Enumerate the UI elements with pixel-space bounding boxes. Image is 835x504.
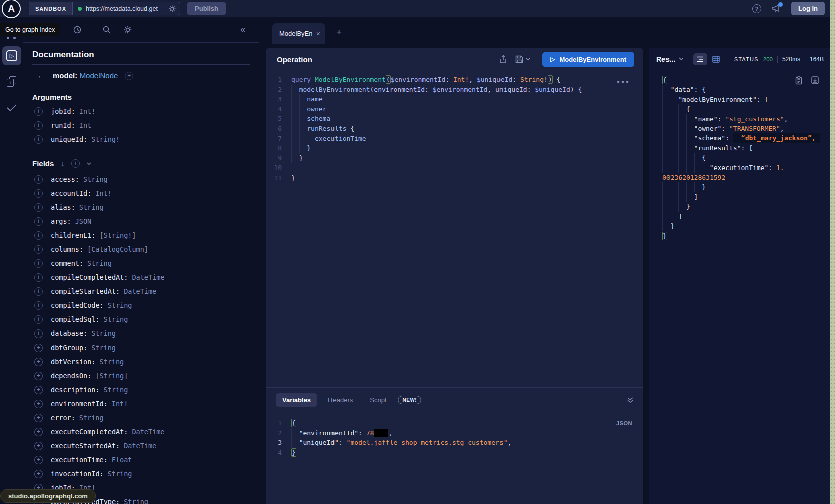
field-type[interactable]: DateTime [124,287,156,295]
tab-headers[interactable]: Headers [321,393,359,407]
add-field-button[interactable]: + [34,470,43,478]
add-field-button[interactable]: + [34,428,43,436]
chevron-down-icon[interactable] [87,162,91,165]
operation-code[interactable]: 1query ModelByEnvironment($environmentId… [266,75,643,183]
field-name[interactable]: compiledSql: [51,315,100,323]
download-icon[interactable] [811,76,819,85]
add-argument-button[interactable]: + [34,107,43,116]
add-field-button[interactable]: + [34,414,43,422]
operation-editor[interactable]: 1query ModelByEnvironment($environmentId… [266,71,643,387]
field-type[interactable]: String [79,203,104,211]
field-type[interactable]: String [124,498,148,504]
add-field-button[interactable]: + [34,372,43,380]
variables-editor[interactable]: JSON 1{2 "environmentId": 78,3 "uniqueId… [266,412,643,457]
login-button[interactable]: Log in [791,2,825,15]
tab-variables[interactable]: Variables [276,393,317,407]
field-name[interactable]: columns: [51,245,83,253]
new-tab-button[interactable]: + [336,27,342,38]
field-type[interactable]: [String!] [99,231,136,239]
back-arrow-icon[interactable]: ← [37,71,46,81]
doc-field-type-link[interactable]: ModelNode [80,71,118,80]
field-name[interactable]: error: [51,414,75,422]
field-type[interactable]: JSON [75,217,92,225]
response-title[interactable]: Res... [656,55,675,63]
response-chevron-icon[interactable] [679,57,684,61]
settings-gear-icon[interactable] [123,25,132,34]
add-field-button[interactable]: + [34,259,43,268]
field-name[interactable]: dbtVersion: [51,358,95,366]
close-tab-icon[interactable]: × [316,30,320,38]
add-field-button[interactable]: + [34,175,43,184]
add-field-button[interactable]: + [34,217,43,226]
add-argument-button[interactable]: + [34,121,43,130]
add-all-fields-button[interactable]: + [125,72,133,80]
collections-nav-button[interactable]: + [2,72,21,91]
tree-view-button[interactable] [693,53,707,65]
argument-name[interactable]: uniqueId: [51,135,87,143]
table-view-button[interactable] [712,56,720,63]
apollo-logo[interactable]: A [2,0,21,18]
argument-type[interactable]: String! [91,135,120,143]
field-name[interactable]: compileCompletedAt: [51,273,128,281]
save-group[interactable] [515,55,530,63]
field-name[interactable]: compiledCode: [51,301,104,309]
argument-name[interactable]: jobId: [51,107,75,115]
help-icon[interactable]: ? [752,4,761,13]
field-type[interactable]: Float [112,456,132,464]
search-icon[interactable] [102,25,111,34]
field-name[interactable]: compileStartedAt: [51,287,120,295]
field-name[interactable]: executeCompletedAt: [51,428,128,436]
field-type[interactable]: String [104,386,128,394]
add-field-button[interactable]: + [34,442,43,450]
add-field-button[interactable]: + [34,273,43,282]
field-name[interactable]: access: [51,175,79,183]
add-field-button[interactable]: + [34,358,43,366]
field-name[interactable]: description: [51,386,100,394]
field-name[interactable]: accountId: [51,189,91,197]
field-type[interactable]: DateTime [132,273,164,281]
field-type[interactable]: String [87,259,112,267]
collapse-variables-icon[interactable] [627,397,633,403]
field-name[interactable]: database: [51,329,87,338]
field-type[interactable]: String [79,414,104,422]
add-field-button[interactable]: + [34,315,43,324]
add-field-button[interactable]: + [34,400,43,408]
add-argument-button[interactable]: + [34,135,43,144]
field-name[interactable]: args: [51,217,71,225]
field-type[interactable]: String [108,470,132,478]
field-name[interactable]: executeStartedAt: [51,442,120,450]
field-type[interactable]: Int! [95,189,112,197]
publish-button[interactable]: Publish [187,2,226,15]
add-field-button[interactable]: + [34,287,43,296]
operation-tab[interactable]: ModelByEnvi... × [272,23,325,44]
collapse-panel-icon[interactable]: « [240,24,245,35]
field-type[interactable]: String [91,344,116,352]
add-field-button[interactable]: + [34,456,43,464]
field-name[interactable]: dependsOn: [51,372,91,380]
field-name[interactable]: invocationId: [51,470,104,478]
field-name[interactable]: executionTime: [51,456,108,464]
argument-type[interactable]: Int [79,121,91,129]
field-type[interactable]: DateTime [132,428,164,436]
argument-type[interactable]: Int! [79,107,96,115]
field-type[interactable]: String [91,329,116,338]
add-field-button[interactable]: + [34,189,43,198]
field-type[interactable]: DateTime [124,442,156,450]
field-type[interactable]: String [104,315,128,323]
add-field-button[interactable]: + [34,301,43,310]
field-name[interactable]: dbtGroup: [51,344,87,352]
field-name[interactable]: alias: [51,203,75,211]
field-type[interactable]: [CatalogColumn] [87,245,148,253]
field-type[interactable]: String [99,358,124,366]
field-type[interactable]: String [83,175,108,183]
sort-arrow-icon[interactable]: ↓ [61,160,64,168]
add-field-button[interactable]: + [34,245,43,254]
variables-code[interactable]: 1{2 "environmentId": 78,3 "uniqueId": "m… [266,418,643,457]
run-operation-button[interactable]: ▷ ModelByEnvironment [542,52,634,67]
field-name[interactable]: childrenL1: [51,231,95,239]
field-type[interactable]: Int! [112,400,128,408]
endpoint-url-field[interactable]: https://metadata.cloud.get [73,5,164,12]
add-field-button[interactable]: + [34,329,43,338]
share-icon[interactable] [499,55,507,64]
add-fields-button[interactable]: + [71,159,80,168]
